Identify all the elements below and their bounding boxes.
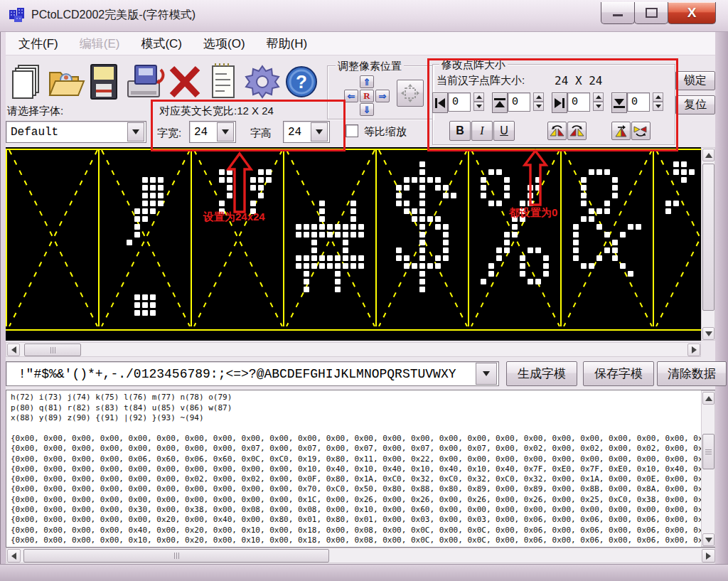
lcd-cell-7[interactable]	[653, 150, 701, 326]
pixel-center-button[interactable]	[397, 80, 424, 107]
lcd-dot	[543, 263, 549, 269]
trim-left-input[interactable]	[448, 92, 471, 112]
minimize-button[interactable]	[601, 2, 635, 24]
bold-button[interactable]: B	[449, 121, 471, 141]
rotate-right-icon	[569, 124, 584, 137]
lcd-dot	[404, 185, 410, 191]
output-hscroll-thumb[interactable]	[23, 549, 329, 563]
flip-horizontal-button[interactable]	[631, 122, 651, 140]
lock-label: 锁定	[684, 73, 707, 88]
lcd-dot	[404, 208, 410, 214]
char-height-combo[interactable]: 24	[283, 121, 330, 143]
pixel-up-button[interactable]: ⇑	[360, 75, 374, 88]
close-button[interactable]: X	[668, 2, 716, 24]
report-button[interactable]	[209, 63, 246, 101]
lcd-dot	[319, 232, 325, 238]
scroll-left-button[interactable]	[7, 549, 21, 563]
lcd-dot	[443, 255, 449, 261]
rotate-left-button[interactable]	[547, 122, 567, 140]
trim-left-spinner[interactable]	[473, 92, 484, 112]
scroll-right-button[interactable]	[702, 549, 715, 563]
lcd-dot	[604, 232, 610, 238]
output-area[interactable]: h(72) i(73) j(74) k(75) l(76) m(77) n(78…	[6, 390, 715, 548]
lcd-dot	[673, 161, 679, 167]
generate-button[interactable]: 生成字模	[506, 361, 577, 386]
pixel-right-button[interactable]: ⇒	[375, 90, 390, 102]
trim-top-button[interactable]	[492, 92, 508, 113]
charset-dropdown[interactable]	[476, 363, 497, 385]
trim-right-input[interactable]	[567, 92, 590, 112]
output-vscroll-thumb[interactable]	[702, 434, 714, 469]
font-select-dropdown[interactable]	[127, 122, 144, 142]
clear-data-button[interactable]: 清除数据	[657, 361, 727, 386]
trim-top-input[interactable]	[508, 92, 530, 112]
maximize-button[interactable]	[634, 2, 668, 24]
menu-help[interactable]: 帮助(H)	[267, 36, 308, 52]
trim-right-spinner[interactable]	[593, 92, 604, 112]
reset-button[interactable]: 复位	[675, 95, 715, 114]
trim-left-button[interactable]	[432, 92, 448, 113]
scroll-left-button[interactable]	[7, 343, 20, 356]
menu-file[interactable]: 文件(F)	[18, 36, 58, 52]
lcd-vscrollbar[interactable]	[701, 147, 715, 341]
lcd-cell-0[interactable]	[6, 150, 98, 326]
lcd-hscrollbar[interactable]	[6, 342, 701, 357]
delete-button[interactable]	[168, 63, 205, 101]
title-bar[interactable]: PCtoLCD2002完美版-(字符模式) X	[0, 0, 728, 32]
pixel-reset-label: R	[363, 90, 370, 102]
center-square-icon	[401, 84, 419, 102]
scroll-down-button[interactable]	[702, 533, 714, 546]
char-height-dropdown[interactable]	[311, 122, 328, 142]
flip-vertical-button[interactable]	[611, 122, 631, 140]
save-as-icon	[125, 63, 166, 101]
charset-combo[interactable]: !"#$%&'()*+,-./0123456789:;<=>?@ABCDEFGH…	[6, 361, 499, 386]
pixel-left-button[interactable]: ⇐	[344, 90, 358, 102]
trim-bottom-button[interactable]	[611, 92, 627, 113]
output-hscrollbar[interactable]	[6, 548, 715, 563]
lcd-cell-4[interactable]	[375, 150, 468, 326]
save-as-button[interactable]	[125, 63, 162, 101]
save-button[interactable]	[87, 63, 124, 101]
settings-button[interactable]	[245, 63, 282, 101]
lcd-vscroll-thumb[interactable]	[702, 164, 714, 311]
pixel-reset-button[interactable]: R	[360, 90, 374, 102]
underline-button[interactable]: U	[493, 121, 515, 141]
lcd-dot	[443, 232, 449, 238]
scale-checkbox[interactable]	[346, 124, 358, 137]
trim-right-button[interactable]	[552, 92, 567, 113]
lcd-dot	[311, 255, 317, 261]
trim-bottom-spinner[interactable]	[653, 92, 663, 112]
new-button[interactable]	[9, 63, 46, 101]
italic-label: I	[480, 124, 483, 137]
lock-button[interactable]: 锁定	[675, 71, 715, 90]
rotate-right-button[interactable]	[567, 122, 587, 140]
scroll-up-button[interactable]	[702, 392, 714, 405]
open-button[interactable]	[47, 63, 84, 101]
menu-mode[interactable]: 模式(C)	[141, 36, 182, 52]
lcd-hscroll-thumb[interactable]	[24, 343, 81, 356]
scroll-right-button[interactable]	[687, 343, 700, 356]
trim-bottom-input[interactable]	[627, 92, 650, 112]
lcd-dot	[396, 201, 402, 206]
menu-options[interactable]: 选项(O)	[203, 36, 245, 52]
pixel-down-button[interactable]: ⇓	[360, 103, 374, 116]
save-font-button[interactable]: 保存字模	[583, 361, 654, 386]
trim-top-spinner[interactable]	[533, 92, 544, 112]
annotation-zero-note: 都设置为0	[509, 206, 557, 220]
help-button[interactable]: ?	[284, 63, 321, 101]
lcd-dot	[589, 216, 594, 222]
lcd-cell-1[interactable]	[98, 150, 191, 326]
char-width-dropdown[interactable]	[217, 122, 234, 142]
lcd-dot	[142, 310, 148, 316]
lcd-preview[interactable]	[6, 147, 701, 341]
char-width-combo[interactable]: 24	[189, 121, 236, 143]
lcd-dot	[419, 177, 425, 183]
lcd-cell-6[interactable]	[560, 150, 653, 326]
italic-button[interactable]: I	[471, 121, 493, 141]
font-select-combo[interactable]: Default	[6, 121, 146, 143]
scroll-up-button[interactable]	[702, 149, 714, 161]
font-select-value: Default	[6, 126, 127, 139]
output-vscrollbar[interactable]	[701, 390, 715, 547]
scroll-down-button[interactable]	[702, 327, 714, 340]
lcd-cell-3[interactable]	[283, 150, 375, 326]
